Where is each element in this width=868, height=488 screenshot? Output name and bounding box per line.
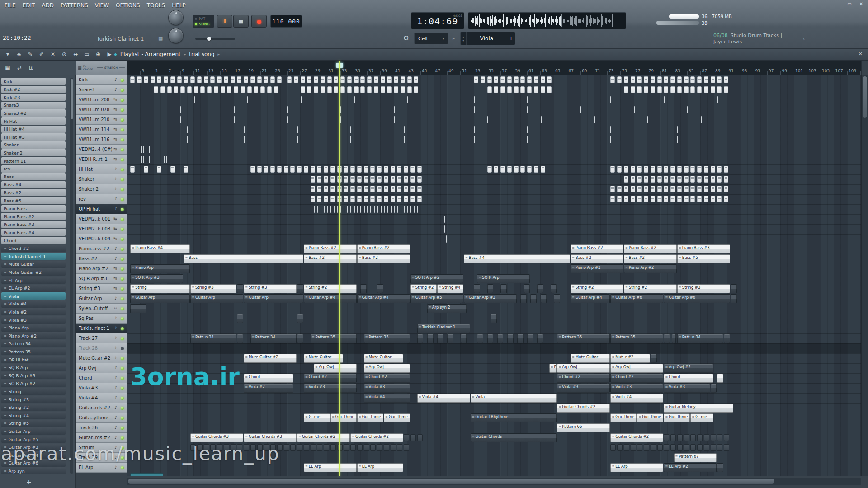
step-cell[interactable]	[414, 76, 418, 83]
track-header[interactable]: Hi Hat♪	[76, 164, 127, 174]
step-cell[interactable]	[711, 86, 715, 93]
mini-clip[interactable]	[537, 284, 543, 293]
audio-hit[interactable]	[446, 235, 447, 243]
step-cell[interactable]	[294, 76, 298, 83]
step-cell[interactable]	[651, 76, 655, 83]
step-cell[interactable]	[304, 444, 309, 451]
pattern-clip[interactable]: ≡Pattern 35	[557, 334, 610, 343]
step-cell[interactable]	[624, 176, 628, 183]
step-cell[interactable]	[717, 176, 722, 183]
step-cell[interactable]	[301, 76, 305, 83]
step-cell[interactable]	[664, 176, 668, 183]
step-cell[interactable]	[617, 196, 622, 202]
playlist-close-icon[interactable]: ✕	[859, 51, 863, 57]
step-cell[interactable]	[507, 76, 512, 83]
picker-item[interactable]: Piano Bass #4	[1, 229, 66, 236]
step-cell[interactable]	[534, 86, 538, 93]
time-display[interactable]: 1:04:69 M:S:CS	[411, 12, 464, 29]
step-cell[interactable]	[327, 86, 332, 93]
step-cell[interactable]	[137, 76, 142, 83]
step-cell[interactable]	[374, 86, 378, 93]
step-cell[interactable]	[387, 86, 392, 93]
track-header[interactable]: OP Hi hat♪	[76, 204, 127, 214]
playlist-grid[interactable]: ≡Piano Bass #4≡Piano Bass #2≡Piano Bass …	[127, 75, 861, 476]
pattern-clip[interactable]: ≡Mute Guitar	[364, 354, 404, 363]
pattern-clip[interactable]: ≡Bass #2	[624, 254, 677, 263]
mini-clip[interactable]	[530, 294, 537, 303]
picker-item[interactable]: ≡String #4	[1, 412, 66, 419]
pattern-clip[interactable]: ≡Arp syn 2	[427, 304, 467, 313]
pattern-clip[interactable]: ≡Pattern 35	[311, 334, 357, 343]
audio-hit[interactable]	[374, 206, 375, 213]
pattern-clip[interactable]: ≡Turkish Clarinet 1	[417, 324, 470, 333]
step-cell[interactable]	[370, 176, 375, 183]
pattern-clip[interactable]: ≡Guitar TRhythme	[471, 413, 557, 422]
mute-led[interactable]	[121, 218, 124, 221]
picker-item[interactable]: ≡SQ R Arp	[1, 364, 66, 371]
step-cell[interactable]	[690, 86, 695, 93]
audio-hit[interactable]	[527, 126, 528, 133]
audio-hit[interactable]	[317, 206, 318, 213]
step-cell[interactable]	[284, 166, 288, 173]
step-cell[interactable]	[184, 76, 188, 83]
step-cell[interactable]	[397, 166, 401, 173]
pattern-clip[interactable]: ≡Bass #4	[464, 254, 570, 263]
pattern-clip[interactable]: ≡String #2	[304, 284, 357, 293]
audio-hit[interactable]	[350, 136, 351, 143]
audio-hit[interactable]	[141, 156, 142, 163]
step-cell[interactable]	[367, 76, 372, 83]
track-options-header[interactable]: ▦ Z-CROSS STRETCH	[76, 61, 127, 75]
shuttle-wheel[interactable]	[168, 28, 184, 43]
picker-item[interactable]: Bass	[1, 173, 66, 180]
audio-hit[interactable]	[287, 106, 288, 113]
mini-clip[interactable]	[517, 334, 524, 343]
step-cell[interactable]	[717, 196, 722, 202]
pattern-clip[interactable]: ≡SQ R Arp #2	[410, 274, 463, 283]
step-cell[interactable]	[391, 166, 395, 173]
pattern-clip[interactable]: ≡Viola #3	[664, 384, 710, 393]
pattern-clip[interactable]: ≡Guitar Arp #4	[571, 294, 610, 303]
audio-hit[interactable]	[394, 116, 395, 123]
step-cell[interactable]	[631, 76, 635, 83]
audio-hit[interactable]	[357, 206, 358, 213]
pattern-clip[interactable]: ≡Bass #2	[571, 254, 623, 263]
step-cell[interactable]	[144, 166, 148, 173]
pattern-clip[interactable]: ≡Guitar Arp	[244, 294, 303, 303]
step-cell[interactable]	[167, 86, 172, 93]
step-cell[interactable]	[724, 444, 729, 451]
step-cell[interactable]	[717, 76, 722, 83]
step-cell[interactable]	[417, 434, 423, 441]
pattern-clip[interactable]: ≡String	[130, 284, 190, 293]
mute-led[interactable]	[121, 367, 124, 370]
step-cell[interactable]	[377, 196, 382, 202]
picker-item[interactable]: Snare3	[1, 102, 66, 109]
pattern-clip[interactable]: ≡Guitar Arp #6	[610, 294, 663, 303]
track-header[interactable]: Turkis..rinet 1♪	[76, 324, 127, 333]
step-cell[interactable]	[637, 196, 642, 202]
step-cell[interactable]	[317, 186, 321, 192]
step-cell[interactable]	[350, 166, 355, 173]
mini-clip[interactable]	[537, 334, 543, 343]
step-cell[interactable]	[487, 86, 492, 93]
step-cell[interactable]	[324, 444, 329, 451]
stop-button[interactable]: ■	[233, 15, 249, 28]
step-cell[interactable]	[377, 444, 382, 451]
step-cell[interactable]	[414, 86, 418, 93]
step-cell[interactable]	[391, 444, 396, 451]
pattern-clip[interactable]: ≡Piano Arp #2	[571, 264, 623, 273]
audio-hit[interactable]	[701, 116, 702, 123]
picker-item[interactable]: Piano Bass	[1, 205, 66, 212]
audio-hit[interactable]	[397, 206, 398, 213]
step-cell[interactable]	[684, 166, 689, 173]
snap-selector[interactable]: Cell ▾	[414, 33, 448, 44]
pattern-selector[interactable]: ▴ ▾ Viola +	[460, 32, 515, 45]
pattern-clip[interactable]: ≡Bass #5	[677, 254, 730, 263]
vertical-scrollbar-handle[interactable]	[863, 76, 867, 118]
delete-icon[interactable]: ✕	[50, 51, 56, 57]
audio-hit[interactable]	[717, 96, 718, 103]
step-cell[interactable]	[404, 444, 409, 451]
audio-hit[interactable]	[247, 96, 248, 103]
record-button[interactable]: ●	[251, 15, 267, 28]
mini-clip[interactable]	[724, 334, 730, 343]
step-cell[interactable]	[637, 166, 642, 173]
